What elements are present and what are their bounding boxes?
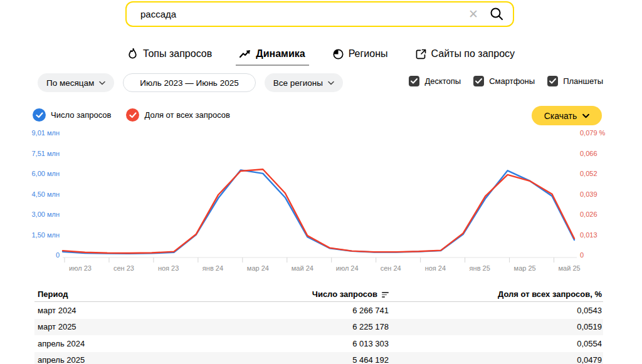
tab-dynamics[interactable]: Динамика — [238, 46, 306, 66]
table-row[interactable]: апрель 20246 013 3030,0554 — [34, 335, 603, 352]
y-axis-right-label: 0,079 % — [580, 129, 606, 137]
x-axis-label: янв 24 — [203, 264, 223, 272]
x-axis-label: янв 25 — [470, 264, 490, 272]
tab-sites-by-query[interactable]: Сайты по запросу — [414, 46, 517, 66]
checkbox-tablets[interactable]: Планшеты — [547, 76, 603, 86]
chart-legend: Число запросов Доля от всех запросов — [33, 108, 230, 122]
tab-bar: Топы запросов Динамика Регионы Сайты по … — [0, 46, 642, 66]
red-check-icon — [126, 108, 139, 122]
tab-label: Динамика — [256, 48, 305, 60]
fire-icon — [127, 48, 138, 60]
table-header-row: Период Число запросов Доля от всех запро… — [34, 287, 603, 302]
x-axis-label: мар 24 — [247, 264, 269, 272]
filter-bar: По месяцам Июль 2023 — Июнь 2025 Все рег… — [38, 73, 343, 92]
y-axis-left-label: 9,01 млн — [31, 129, 60, 137]
share-line[interactable] — [63, 169, 574, 253]
globe-icon — [333, 49, 344, 60]
sort-descending-icon[interactable] — [382, 292, 389, 298]
checkbox-desktops[interactable]: Десктопы — [409, 76, 461, 86]
column-header-period[interactable]: Период — [34, 289, 248, 299]
stats-table: Период Число запросов Доля от всех запро… — [34, 287, 603, 364]
table-row[interactable]: март 20246 266 7410,0543 — [34, 302, 603, 319]
clear-icon[interactable]: ✕ — [468, 8, 478, 20]
y-axis-right-label: 0,013 — [580, 231, 597, 239]
chevron-down-icon — [99, 81, 105, 85]
y-axis-right-label: 0,052 — [580, 170, 597, 177]
legend-label: Доля от всех запросов — [144, 110, 229, 120]
regions-dropdown[interactable]: Все регионы — [265, 73, 343, 92]
y-axis-left-label: 7,51 млн — [31, 150, 60, 157]
search-icon[interactable] — [490, 7, 504, 21]
y-axis-left-label: 3,00 млн — [31, 211, 60, 218]
date-range-picker[interactable]: Июль 2023 — Июнь 2025 — [123, 73, 255, 92]
cell-query-count: 5 464 192 — [248, 355, 389, 364]
x-axis-label: ноя 23 — [158, 264, 179, 272]
blue-check-icon — [33, 108, 46, 122]
y-axis-left-label: 4,50 млн — [31, 190, 60, 198]
download-button[interactable]: Скачать — [532, 106, 602, 125]
y-axis-left-label: 1,50 млн — [31, 231, 60, 239]
table-body: март 20246 266 7410,0543март 20256 225 1… — [34, 302, 603, 364]
checkbox-checked-icon — [473, 76, 484, 86]
x-axis-label: июл 24 — [336, 264, 359, 272]
checkbox-checked-icon — [409, 76, 419, 86]
y-axis-right-label: 0 — [580, 251, 584, 259]
cell-share: 0,0519 — [389, 322, 603, 331]
y-axis-right-label: 0,026 — [580, 211, 597, 218]
cell-share: 0,0479 — [389, 355, 603, 364]
x-axis-label: сен 24 — [381, 264, 401, 272]
cell-query-count: 6 266 741 — [248, 306, 389, 315]
y-axis-right-label: 0,066 — [580, 150, 597, 157]
legend-share[interactable]: Доля от всех запросов — [126, 108, 229, 122]
checkbox-label: Смартфоны — [489, 76, 535, 86]
chevron-down-icon — [582, 113, 589, 118]
trend-icon — [239, 49, 251, 58]
cell-period: апрель 2024 — [34, 339, 248, 348]
device-filters: Десктопы Смартфоны Планшеты — [409, 76, 603, 86]
dynamics-chart[interactable]: 9,01 млн7,51 млн6,00 млн4,50 млн3,00 млн… — [0, 125, 642, 281]
tab-regions[interactable]: Регионы — [332, 46, 389, 66]
x-axis-label: май 24 — [292, 264, 313, 272]
x-axis-label: ноя 24 — [425, 264, 446, 272]
column-header-query-count[interactable]: Число запросов — [248, 289, 389, 299]
x-axis-label: июл 23 — [69, 264, 92, 272]
external-link-icon — [416, 49, 426, 60]
legend-queries-count[interactable]: Число запросов — [33, 108, 111, 122]
period-mode-label: По месяцам — [46, 78, 94, 88]
table-row[interactable]: апрель 20255 464 1920,0479 — [34, 352, 603, 364]
y-axis-right-label: 0,039 — [580, 190, 597, 198]
cell-share: 0,0543 — [389, 306, 603, 315]
tab-label: Топы запросов — [143, 48, 212, 60]
cell-period: март 2024 — [34, 306, 248, 315]
search-bar: ✕ — [125, 1, 514, 27]
cell-period: апрель 2025 — [34, 355, 248, 364]
y-axis-left-label: 0 — [56, 251, 60, 259]
table-row[interactable]: март 20256 225 1780,0519 — [34, 319, 603, 336]
y-axis-left-label: 6,00 млн — [31, 170, 60, 177]
cell-query-count: 6 225 178 — [248, 322, 389, 331]
checkbox-checked-icon — [547, 76, 558, 86]
cell-share: 0,0554 — [389, 339, 603, 348]
tab-label: Регионы — [349, 48, 388, 60]
download-label: Скачать — [544, 111, 577, 121]
x-axis-label: сен 23 — [113, 264, 134, 272]
checkbox-label: Планшеты — [563, 76, 603, 86]
regions-label: Все регионы — [273, 78, 323, 88]
tab-label: Сайты по запросу — [431, 48, 515, 60]
x-axis-label: май 25 — [559, 264, 581, 272]
period-mode-dropdown[interactable]: По месяцам — [38, 73, 114, 92]
cell-period: март 2025 — [34, 322, 248, 331]
chevron-down-icon — [328, 81, 334, 85]
column-header-share[interactable]: Доля от всех запросов, % — [389, 289, 603, 299]
x-axis-label: мар 25 — [514, 264, 536, 272]
search-input[interactable] — [140, 9, 468, 19]
date-range-label: Июль 2023 — Июнь 2025 — [140, 78, 238, 88]
tab-top-queries[interactable]: Топы запросов — [126, 46, 213, 66]
legend-label: Число запросов — [51, 110, 111, 120]
checkbox-label: Десктопы — [424, 76, 461, 86]
checkbox-smartphones[interactable]: Смартфоны — [473, 76, 535, 86]
cell-query-count: 6 013 303 — [248, 339, 389, 348]
